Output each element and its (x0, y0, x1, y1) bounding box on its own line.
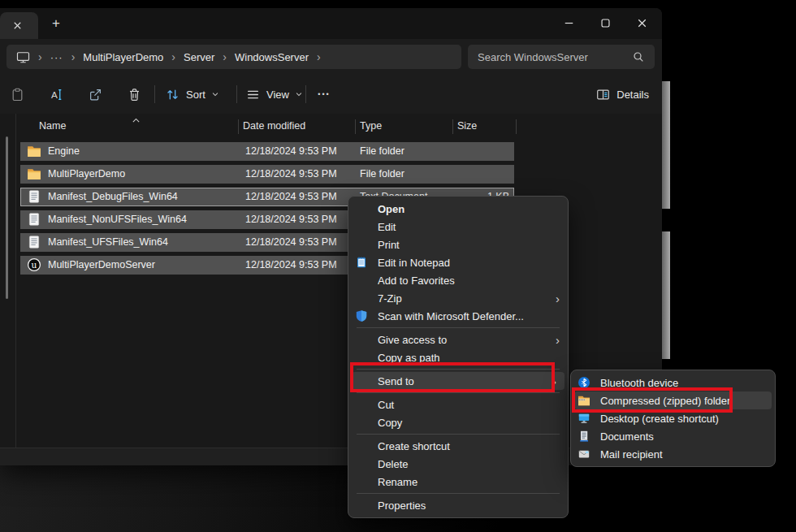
icon-slot-empty (355, 499, 373, 512)
file-type: File folder (360, 168, 404, 179)
sort-button[interactable]: Sort (162, 81, 223, 107)
folder-icon (27, 167, 41, 181)
file-row-multiplayerdemo[interactable]: MultiPlayerDemo 12/18/2024 9:53 PM File … (20, 165, 514, 184)
icon-slot-empty (355, 202, 373, 215)
file-type: File folder (360, 145, 404, 157)
menu-item-create-shortcut[interactable]: Create shortcut › (348, 437, 568, 455)
column-divider[interactable] (238, 119, 239, 134)
mail-icon (578, 448, 595, 461)
menu-item-delete[interactable]: Delete › (348, 455, 568, 473)
view-label: View (266, 89, 289, 101)
file-name: MultiPlayerDemoServer (48, 259, 155, 270)
annotation-box-send-to (350, 362, 555, 392)
column-header-date-modified[interactable]: Date modified (243, 120, 305, 132)
file-name: MultiPlayerDemo (48, 168, 125, 179)
submenu-arrow-icon: › (556, 292, 560, 305)
menu-separator (357, 327, 560, 328)
menu-item-copy[interactable]: Copy › (348, 413, 568, 431)
address-bar-row: › ··· › MultiPlayerDemo › Server › Windo… (0, 39, 662, 75)
details-pane-button[interactable]: Details (596, 81, 649, 107)
breadcrumb-chevron-icon: › (38, 51, 42, 63)
minimize-button[interactable] (551, 8, 587, 38)
column-header-size[interactable]: Size (457, 120, 477, 132)
view-button[interactable]: View (243, 81, 307, 107)
file-date-modified: 12/18/2024 9:53 PM (245, 191, 337, 202)
scrollbar[interactable] (6, 136, 8, 299)
unreal-icon: u (27, 257, 41, 272)
menu-item-cut[interactable]: Cut › (348, 396, 568, 413)
sort-arrows-icon (166, 88, 180, 102)
svg-text:A: A (50, 89, 57, 99)
search-box[interactable]: Search WindowsServer (468, 45, 655, 69)
breadcrumb[interactable]: › ··· › MultiPlayerDemo › Server › Windo… (6, 45, 461, 69)
svg-text:u: u (32, 260, 37, 270)
menu-separator (357, 392, 560, 393)
paste-button[interactable] (5, 81, 29, 107)
annotation-box-compressed-folder (572, 387, 733, 413)
menu-item-edit-in-notepad[interactable]: Edit in Notepad › (348, 253, 568, 271)
search-icon[interactable] (632, 50, 645, 63)
menu-item-add-to-favorites[interactable]: Add to Favorites › (348, 271, 568, 289)
toolbar-divider (154, 85, 155, 103)
file-name: Manifest_NonUFSFiles_Win64 (48, 214, 187, 225)
tab-close-icon[interactable] (11, 19, 24, 32)
column-divider[interactable] (516, 119, 517, 134)
sort-ascending-icon (131, 115, 141, 122)
file-name: Manifest_DebugFiles_Win64 (48, 191, 178, 202)
icon-slot-empty (355, 333, 373, 346)
background-window-edge (661, 231, 670, 359)
menu-item-rename[interactable]: Rename › (348, 473, 568, 491)
column-header-type[interactable]: Type (360, 120, 382, 132)
details-panel-icon (596, 88, 610, 102)
share-button[interactable] (83, 81, 107, 107)
file-row-engine[interactable]: Engine 12/18/2024 9:53 PM File folder (20, 142, 514, 161)
breadcrumb-chevron-icon: › (223, 51, 227, 63)
menu-item-edit[interactable]: Edit › (348, 218, 568, 236)
file-name: Engine (48, 145, 80, 157)
desktop-icon (578, 412, 595, 425)
column-divider[interactable] (452, 119, 453, 134)
file-date-modified: 12/18/2024 9:53 PM (245, 236, 337, 248)
ellipsis-icon: ••• (318, 90, 330, 98)
breadcrumb-item-multiplayerdemo[interactable]: MultiPlayerDemo › (83, 51, 175, 63)
menu-item-mail-recipient[interactable]: Mail recipient › (571, 445, 775, 463)
this-pc-icon[interactable] (16, 50, 30, 64)
menu-item-print[interactable]: Print › (348, 236, 568, 253)
see-more-button[interactable]: ••• (312, 81, 336, 107)
icon-slot-empty (355, 398, 373, 411)
breadcrumb-items: MultiPlayerDemo › Server › WindowsServer… (83, 51, 320, 63)
explorer-tab[interactable] (0, 12, 38, 39)
menu-item-open[interactable]: Open › (348, 200, 568, 218)
menu-item-properties[interactable]: Properties › (348, 496, 568, 514)
text-doc-icon (27, 212, 41, 227)
column-divider[interactable] (355, 119, 356, 134)
icon-slot-empty (355, 274, 373, 287)
maximize-button[interactable] (587, 8, 624, 38)
search-placeholder: Search WindowsServer (478, 51, 588, 63)
details-label: Details (616, 89, 649, 101)
view-lines-icon (246, 88, 260, 102)
menu-item-documents[interactable]: Documents › (571, 427, 775, 445)
icon-slot-empty (355, 457, 373, 470)
toolbar-divider (236, 85, 237, 103)
trash-icon (128, 88, 141, 102)
context-menu: Open › Edit › Print › Edit in Notepad › … (348, 196, 569, 518)
file-date-modified: 12/18/2024 9:53 PM (245, 259, 337, 270)
close-button[interactable] (624, 8, 660, 38)
menu-item-7-zip[interactable]: 7-Zip › (348, 289, 568, 307)
navigation-pane (0, 114, 16, 448)
column-header-name[interactable]: Name (39, 120, 66, 132)
breadcrumb-overflow-button[interactable]: ··· (50, 51, 63, 63)
breadcrumb-item-windowsserver[interactable]: WindowsServer › (235, 51, 321, 63)
breadcrumb-chevron-icon: › (317, 51, 321, 63)
breadcrumb-item-server[interactable]: Server › (184, 51, 227, 63)
rename-button[interactable]: A (44, 81, 68, 107)
menu-item-give-access-to[interactable]: Give access to › (348, 331, 568, 348)
delete-button[interactable] (122, 81, 146, 107)
share-icon (89, 88, 102, 102)
background-window-edge (661, 81, 670, 209)
new-tab-button[interactable]: + (45, 14, 67, 33)
menu-item-scan-with-microsoft-defender[interactable]: Scan with Microsoft Defender... › (348, 307, 568, 325)
text-doc-icon (27, 235, 41, 249)
icon-slot-empty (355, 220, 373, 233)
